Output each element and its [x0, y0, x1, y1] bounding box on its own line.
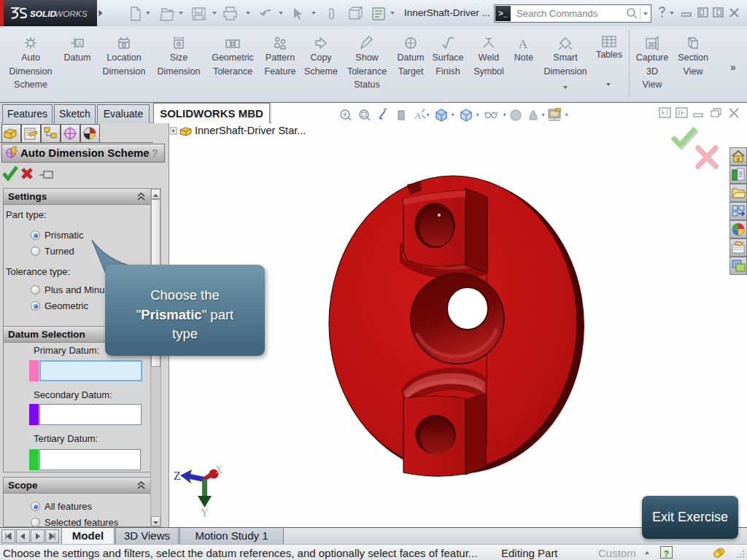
- svg-text:SOLID: SOLID: [30, 9, 57, 19]
- svg-text:Y: Y: [201, 507, 209, 516]
- svg-text:A: A: [519, 37, 528, 50]
- svg-text:A: A: [77, 40, 82, 47]
- svg-text:Z: Z: [174, 470, 181, 482]
- svg-text:WORKS: WORKS: [55, 9, 88, 19]
- svg-text:A: A: [414, 110, 422, 121]
- svg-text:3D: 3D: [648, 40, 657, 48]
- svg-text:X: X: [215, 464, 223, 475]
